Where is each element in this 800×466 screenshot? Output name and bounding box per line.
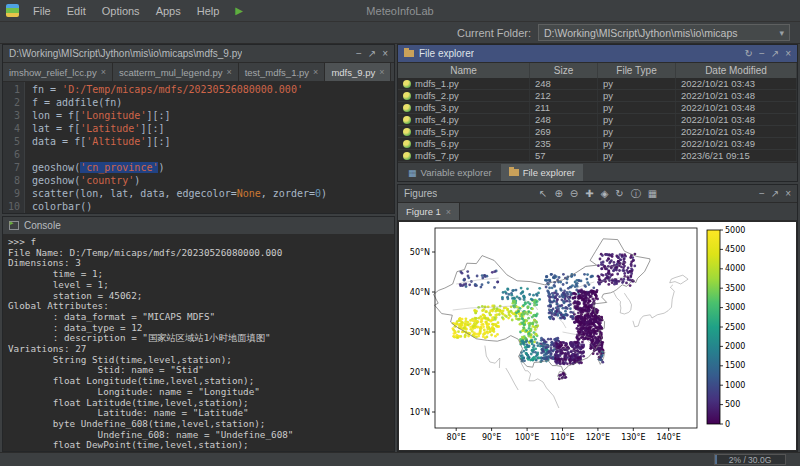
bottom-tab-variable-explorer[interactable]: ▦Variable explorer bbox=[400, 164, 500, 181]
svg-text:20°N: 20°N bbox=[410, 368, 430, 377]
tab-close-icon[interactable]: × bbox=[379, 67, 384, 77]
svg-text:1000: 1000 bbox=[725, 381, 745, 390]
svg-text:30°N: 30°N bbox=[410, 328, 430, 337]
close-icon[interactable]: × bbox=[785, 188, 791, 199]
menu-item-apps[interactable]: Apps bbox=[148, 3, 189, 19]
current-folder-select[interactable]: D:\Working\MIScript\Jython\mis\io\micaps… bbox=[538, 24, 790, 41]
select-icon[interactable]: ↖ bbox=[539, 188, 547, 199]
table-row[interactable]: mdfs_5.py269py2022/10/21 03:49 bbox=[398, 126, 797, 138]
minimize-icon[interactable]: − bbox=[356, 48, 362, 59]
svg-text:0: 0 bbox=[725, 420, 730, 429]
console-panel-header: Console bbox=[3, 217, 394, 235]
python-file-icon bbox=[403, 92, 411, 100]
code-lines[interactable]: fn = 'D:/Temp/micaps/mdfs/20230526080000… bbox=[25, 82, 394, 213]
editor-panel: D:\Working\MIScript\Jython\mis\io\micaps… bbox=[2, 44, 395, 214]
column-header[interactable]: Size bbox=[530, 63, 598, 78]
menu-item-edit[interactable]: Edit bbox=[59, 3, 94, 19]
table-cell: 269 bbox=[530, 126, 598, 137]
float-icon[interactable]: ↗ bbox=[368, 48, 376, 59]
figure-tab-label: Figure 1 bbox=[406, 206, 441, 217]
editor-tab[interactable]: test_mdfs_1.py× bbox=[239, 63, 326, 81]
svg-text:10°N: 10°N bbox=[410, 408, 430, 417]
table-row[interactable]: mdfs_7.py57py2023/6/21 09:15 bbox=[398, 150, 797, 162]
tab-close-icon[interactable]: × bbox=[101, 67, 106, 77]
tab-close-icon[interactable]: × bbox=[226, 67, 231, 77]
figures-title: Figures bbox=[404, 188, 437, 199]
column-header[interactable]: Date Modified bbox=[676, 63, 797, 78]
file-explorer-panel: File explorer ↻ − ↗ × NameSizeFile TypeD… bbox=[397, 44, 798, 182]
full-extent-icon[interactable]: ◈ bbox=[601, 188, 609, 199]
zoom-in-icon[interactable]: ⊕ bbox=[554, 188, 562, 199]
editor-tab[interactable]: mdfs_9.py× bbox=[325, 63, 391, 81]
zoom-out-icon[interactable]: ⊖ bbox=[570, 188, 578, 199]
menu-item-help[interactable]: Help bbox=[189, 3, 228, 19]
run-icon[interactable]: ▶ bbox=[235, 5, 243, 16]
figure-tab-bar: Figure 1 × bbox=[398, 203, 797, 221]
bottom-tab-file-explorer[interactable]: File explorer bbox=[501, 164, 583, 181]
editor-panel-header: D:\Working\MIScript\Jython\mis\io\micaps… bbox=[3, 45, 394, 63]
table-cell: py bbox=[598, 126, 676, 137]
column-header[interactable]: File Type bbox=[598, 63, 676, 78]
figure-canvas[interactable]: 80°E90°E100°E110°E120°E130°E140°E10°N20°… bbox=[399, 222, 796, 450]
menu-item-file[interactable]: File bbox=[25, 3, 59, 19]
table-cell: py bbox=[598, 102, 676, 113]
close-icon[interactable]: × bbox=[382, 48, 388, 59]
editor-title: D:\Working\MIScript\Jython\mis\io\micaps… bbox=[9, 48, 242, 59]
float-icon[interactable]: ↗ bbox=[771, 48, 779, 59]
column-header[interactable]: Name bbox=[398, 63, 530, 78]
table-row[interactable]: mdfs_2.py212py2022/10/21 03:48 bbox=[398, 90, 797, 102]
svg-text:50°N: 50°N bbox=[410, 248, 430, 257]
file-name-cell: mdfs_1.py bbox=[398, 78, 530, 89]
menu-item-options[interactable]: Options bbox=[94, 3, 148, 19]
chevron-down-icon[interactable]: ▾ bbox=[779, 28, 784, 38]
editor-tab[interactable]: imshow_relief_lcc.py× bbox=[3, 63, 113, 81]
file-name-cell: mdfs_7.py bbox=[398, 150, 530, 161]
current-folder-value: D:\Working\MIScript\Jython\mis\io\micaps bbox=[544, 27, 779, 39]
rotate-icon[interactable]: ↻ bbox=[615, 188, 623, 199]
svg-text:130°E: 130°E bbox=[621, 433, 645, 442]
figure-tab[interactable]: Figure 1 × bbox=[398, 203, 460, 220]
table-row[interactable]: mdfs_4.py248py2022/10/21 03:48 bbox=[398, 114, 797, 126]
table-row[interactable]: mdfs_3.py211py2022/10/21 03:48 bbox=[398, 102, 797, 114]
memory-indicator[interactable]: 2% / 30.0G bbox=[714, 454, 786, 465]
editor-tab-label: scatterm_mul_legend.py bbox=[119, 67, 223, 78]
code-editor: 12345678910 fn = 'D:/Temp/micaps/mdfs/20… bbox=[3, 82, 394, 213]
file-name-cell: mdfs_2.py bbox=[398, 90, 530, 101]
folder-icon bbox=[509, 169, 519, 176]
editor-tab[interactable]: scatterm_mul_legend.py× bbox=[113, 63, 239, 81]
figures-toolbar: ↖⊕⊖✚◈↻ⓘ▦ bbox=[539, 187, 657, 201]
menu-bar-items: FileEditOptionsAppsHelp bbox=[25, 3, 227, 19]
svg-text:100°E: 100°E bbox=[515, 433, 539, 442]
folder-icon bbox=[404, 50, 414, 57]
float-icon[interactable]: ↗ bbox=[771, 188, 779, 199]
menu-bar: MeteoInfoLab FileEditOptionsAppsHelp ▶ bbox=[0, 0, 800, 22]
tab-close-icon[interactable]: × bbox=[446, 207, 451, 217]
minimize-icon[interactable]: − bbox=[759, 48, 765, 59]
python-file-icon bbox=[403, 104, 411, 112]
table-row[interactable]: mdfs_1.py248py2022/10/21 03:43 bbox=[398, 78, 797, 90]
figures-panel: Figures ↖⊕⊖✚◈↻ⓘ▦ − ↗ × Figure 1 × 80°E90… bbox=[397, 184, 798, 452]
python-file-icon bbox=[403, 140, 411, 148]
identify-icon[interactable]: ⓘ bbox=[631, 187, 641, 201]
editor-tab-label: test_mdfs_1.py bbox=[245, 67, 309, 78]
minimize-icon[interactable]: − bbox=[759, 188, 765, 199]
svg-text:500: 500 bbox=[725, 400, 740, 409]
editor-tab-label: mdfs_9.py bbox=[331, 67, 375, 78]
console-output[interactable]: >>> f File Name: D:/Temp/micaps/mdfs/202… bbox=[3, 235, 394, 451]
table-cell: 235 bbox=[530, 138, 598, 149]
editor-tab-bar: imshow_relief_lcc.py×scatterm_mul_legend… bbox=[3, 63, 394, 82]
refresh-icon[interactable]: ↻ bbox=[745, 48, 753, 59]
memory-label: 2% / 30.0G bbox=[729, 455, 772, 465]
tab-close-icon[interactable]: × bbox=[313, 67, 318, 77]
settings-icon[interactable]: ▦ bbox=[648, 188, 657, 199]
table-cell: 2022/10/21 03:49 bbox=[676, 138, 797, 149]
console-panel: Console >>> f File Name: D:/Temp/micaps/… bbox=[2, 216, 395, 452]
file-name-cell: mdfs_6.py bbox=[398, 138, 530, 149]
file-explorer-header: File explorer ↻ − ↗ × bbox=[398, 45, 797, 63]
close-icon[interactable]: × bbox=[785, 48, 791, 59]
file-table-header[interactable]: NameSizeFile TypeDate Modified bbox=[398, 63, 797, 78]
svg-text:2500: 2500 bbox=[725, 323, 745, 332]
pan-icon[interactable]: ✚ bbox=[585, 188, 593, 199]
table-row[interactable]: mdfs_6.py235py2022/10/21 03:49 bbox=[398, 138, 797, 150]
table-cell: py bbox=[598, 138, 676, 149]
